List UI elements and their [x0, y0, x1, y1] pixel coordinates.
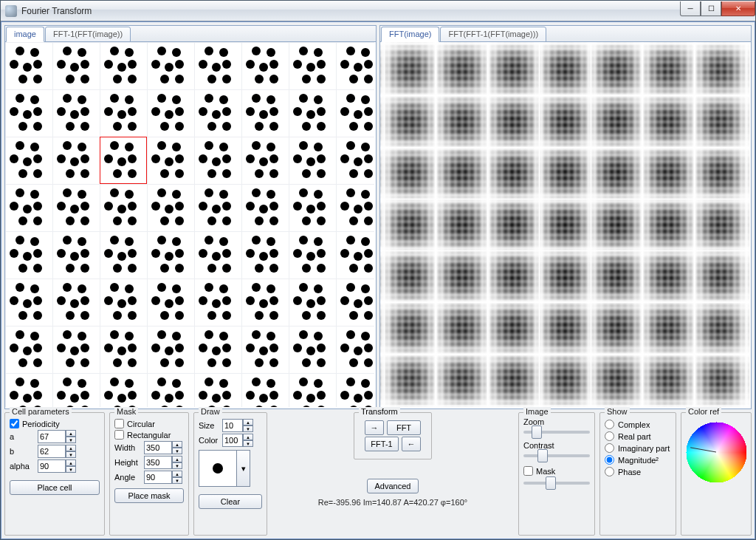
client-area: image FFT-1(FFT(image)) FFT(image) FFT(F… — [1, 21, 755, 539]
alpha-down[interactable]: ▼ — [66, 466, 76, 473]
cell-legend: Cell parameters — [10, 407, 72, 416]
window-buttons: ─ ☐ ✕ — [680, 1, 755, 16]
brush-dot-icon — [213, 463, 223, 474]
a-down[interactable]: ▼ — [66, 437, 76, 443]
left-tabpane: image FFT-1(FFT(image)) — [4, 25, 377, 409]
cell-parameters-group: Cell parameters Periodicity a ▲▼ b ▲▼ al… — [4, 412, 105, 536]
show-group: Show Complex Real part Imaginary part Ma… — [599, 412, 676, 536]
place-cell-button[interactable]: Place cell — [10, 480, 100, 495]
window-title: Fourier Transform — [21, 6, 680, 16]
contrast-slider[interactable] — [523, 454, 590, 457]
brush-combo-arrow[interactable]: ▾ — [236, 451, 250, 486]
colorref-group: Color ref — [681, 412, 752, 536]
maximize-button[interactable]: ☐ — [701, 1, 721, 16]
minimize-button[interactable]: ─ — [680, 1, 701, 16]
alpha-spinner[interactable]: ▲▼ — [38, 459, 76, 473]
transform-group: Transform → FFT FFT-1 ← — [354, 412, 432, 459]
ifft-arrow-left-icon[interactable]: ← — [402, 437, 421, 451]
java-icon — [5, 5, 17, 17]
zoom-slider[interactable] — [523, 431, 590, 434]
ifft-button[interactable]: FFT-1 — [365, 437, 399, 451]
title-bar[interactable]: Fourier Transform ─ ☐ ✕ — [1, 1, 755, 21]
status-readout: Re=-395.96 Im=140.87 A=420.27 φ=160° — [318, 498, 467, 507]
tab-fft[interactable]: FFT(image) — [381, 27, 439, 42]
mask-group: Mask Circular Rectangular Width▲▼ Height… — [109, 412, 189, 536]
a-up[interactable]: ▲ — [66, 430, 76, 437]
place-mask-button[interactable]: Place mask — [114, 488, 184, 503]
app-window: Fourier Transform ─ ☐ ✕ image FFT-1(FFT(… — [0, 0, 756, 540]
fft-arrow-right-icon[interactable]: → — [365, 420, 384, 435]
image-canvas-wrap[interactable] — [5, 42, 376, 409]
rectangular-check[interactable]: Rectangular — [114, 430, 184, 440]
show-phase[interactable]: Phase — [605, 467, 671, 476]
b-up[interactable]: ▲ — [66, 445, 76, 451]
close-button[interactable]: ✕ — [721, 1, 755, 16]
right-tabpane: FFT(image) FFT(FFT-1(FFT(image))) — [379, 25, 752, 409]
brush-combo[interactable]: ▾ — [199, 450, 250, 487]
image-canvas[interactable] — [5, 42, 374, 407]
cell-selection — [100, 137, 147, 184]
show-complex[interactable]: Complex — [605, 420, 671, 429]
mask-height-spinner[interactable]: ▲▼ — [144, 456, 182, 469]
draw-group: Draw Size▲▼ Color▲▼ ▾ Clear — [193, 412, 267, 536]
tab-fft-chain[interactable]: FFT(FFT-1(FFT(image))) — [440, 27, 546, 42]
periodicity-checkbox[interactable] — [10, 419, 19, 428]
image-mask-check[interactable]: Mask — [523, 466, 590, 476]
alpha-up[interactable]: ▲ — [66, 459, 76, 466]
draw-size-spinner[interactable]: ▲▼ — [222, 419, 253, 432]
show-imag[interactable]: Imaginary part — [605, 443, 671, 453]
view-panes: image FFT-1(FFT(image)) FFT(image) FFT(F… — [4, 25, 752, 409]
fft-canvas-wrap[interactable] — [380, 42, 751, 409]
advanced-button[interactable]: Advanced — [367, 479, 419, 493]
right-tabstrip: FFT(image) FFT(FFT-1(FFT(image))) — [380, 26, 751, 42]
b-down[interactable]: ▼ — [66, 451, 76, 458]
periodicity-check[interactable]: Periodicity — [10, 419, 100, 428]
controls-row: Cell parameters Periodicity a ▲▼ b ▲▼ al… — [4, 412, 752, 536]
mask-slider[interactable] — [523, 482, 590, 485]
show-mag2[interactable]: Magnitude² — [605, 455, 671, 465]
fft-canvas[interactable] — [380, 42, 749, 407]
draw-color-spinner[interactable]: ▲▼ — [222, 434, 253, 447]
clear-button[interactable]: Clear — [199, 494, 262, 509]
mask-width-spinner[interactable]: ▲▼ — [144, 441, 182, 454]
tab-ifft-fft[interactable]: FFT-1(FFT(image)) — [45, 27, 131, 42]
fft-button[interactable]: FFT — [387, 420, 421, 435]
show-real[interactable]: Real part — [605, 431, 671, 441]
circular-check[interactable]: Circular — [114, 419, 184, 428]
image-group: Image Zoom Contrast Mask — [518, 412, 595, 536]
b-spinner[interactable]: ▲▼ — [38, 445, 76, 458]
left-tabstrip: image FFT-1(FFT(image)) — [5, 26, 376, 42]
mask-angle-spinner[interactable]: ▲▼ — [144, 471, 182, 484]
transform-area: Transform → FFT FFT-1 ← Advanced Re=-395… — [272, 412, 514, 536]
a-spinner[interactable]: ▲▼ — [38, 430, 76, 443]
tab-image[interactable]: image — [6, 27, 44, 42]
color-wheel[interactable] — [686, 422, 746, 482]
